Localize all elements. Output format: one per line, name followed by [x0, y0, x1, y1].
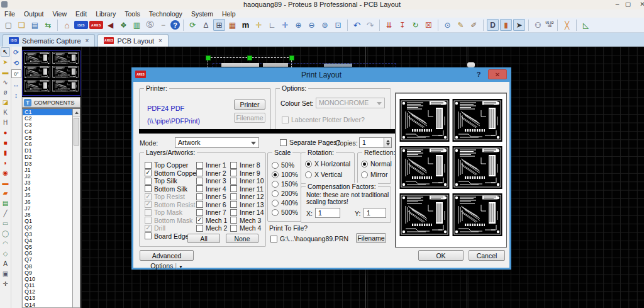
copies-field[interactable]: 1	[359, 137, 384, 148]
scale-100-radio[interactable]: 100%	[272, 171, 298, 178]
printer-filename-button[interactable]: Filename	[234, 113, 265, 123]
redraw-icon[interactable]: ⟳	[187, 19, 199, 31]
zoom-all-icon[interactable]: ⊚	[319, 19, 331, 31]
scale-200-radio[interactable]: 200%	[272, 190, 298, 197]
new-sheet-icon[interactable]: ▥	[131, 19, 143, 31]
block-move-icon[interactable]: ↧	[396, 19, 408, 31]
layer-inner2-checkbox[interactable]: Inner 2	[196, 169, 226, 177]
component-list-item[interactable]: C5	[23, 135, 73, 141]
tab-close-icon[interactable]: ×	[86, 37, 89, 44]
component-list-item[interactable]: Q11	[23, 282, 73, 288]
pcb-layout-icon[interactable]: ARES	[89, 21, 103, 29]
menu-item[interactable]: Edit	[71, 10, 91, 18]
drc-report-icon[interactable]: D	[487, 19, 499, 31]
component-list-item[interactable]: J5	[23, 192, 73, 198]
dialog-titlebar[interactable]: Print Layout ARES ? ✕	[131, 67, 511, 82]
scale-50-radio[interactable]: 50%	[272, 161, 294, 169]
zoom-area-icon[interactable]: ⊡	[332, 19, 344, 31]
component-list-item[interactable]: Q12	[23, 288, 73, 295]
import-export-icon[interactable]: ⇆	[42, 19, 54, 31]
colour-set-combo[interactable]: MONOCHROME	[316, 98, 385, 108]
design-explorer-icon[interactable]: ❖	[118, 19, 130, 31]
plotter-driver-checkbox[interactable]: Labcenter Plotter Driver?	[282, 116, 365, 123]
layer-inner5-checkbox[interactable]: Inner 5	[196, 193, 226, 200]
square-pad-tool-icon[interactable]: ■	[1, 138, 10, 147]
menu-item[interactable]: View	[48, 10, 71, 18]
layer-inner10-checkbox[interactable]: Inner 10	[230, 177, 264, 185]
component-list-item[interactable]: Q2	[23, 224, 73, 231]
component-list-item[interactable]: Q13	[23, 295, 73, 301]
via-tool-icon[interactable]: ø	[1, 88, 10, 97]
line-2d-tool-icon[interactable]: ╱	[1, 208, 10, 218]
separator[interactable]	[347, 20, 348, 31]
open-folder-icon[interactable]: ❏	[16, 19, 28, 31]
layer-mech3-checkbox[interactable]: Mech 3	[230, 217, 261, 224]
component-list-item[interactable]: J1	[23, 167, 73, 173]
smt-poly-pad-tool-icon[interactable]: ▰	[1, 188, 10, 198]
layer-top-mask-checkbox[interactable]: Top Mask	[145, 208, 182, 216]
layer-bottom-resist-checkbox[interactable]: Bottom Resist	[145, 201, 195, 208]
auto-router-icon[interactable]: ✐	[468, 19, 480, 31]
smt-circle-pad-tool-icon[interactable]: ◉	[1, 168, 10, 178]
x-cursor-icon[interactable]: ∟	[266, 19, 278, 31]
pan-icon[interactable]: ✛	[279, 19, 291, 31]
menu-item[interactable]: Help	[218, 10, 240, 18]
layer-top-copper-checkbox[interactable]: Top Copper	[145, 161, 188, 169]
round-pad-tool-icon[interactable]: ●	[1, 128, 10, 137]
electrical-rules-icon[interactable]: −	[157, 19, 169, 31]
layers-none-button[interactable]: None	[226, 234, 258, 243]
layer-mech4-checkbox[interactable]: Mech 4	[230, 224, 261, 232]
redo-icon[interactable]: ↷	[364, 19, 376, 31]
advanced-options-button[interactable]: Advanced Options | ▼	[140, 250, 194, 261]
save-icon[interactable]: ▤	[29, 19, 41, 31]
rotation-angle-field[interactable]: 0°	[11, 69, 21, 78]
layer-inner4-checkbox[interactable]: Inner 4	[196, 185, 226, 193]
zone-tool-icon[interactable]: ◪	[1, 98, 10, 107]
home-icon[interactable]: ⌂	[61, 19, 73, 31]
rotate-anticlockwise-icon[interactable]: ⟲	[11, 59, 21, 68]
separator[interactable]	[557, 20, 558, 31]
dialog-close-button[interactable]: ✕	[488, 69, 507, 79]
menu-item[interactable]: Library	[91, 10, 120, 18]
bill-of-materials-icon[interactable]: Ⓢ	[144, 19, 156, 31]
false-origin-icon[interactable]: ✛	[253, 19, 265, 31]
separator[interactable]	[438, 20, 438, 31]
layer-selector-icon[interactable]: ▦	[226, 19, 238, 31]
y-mirror-icon[interactable]: ↕	[11, 90, 21, 100]
print-to-file-filename-button[interactable]: Filename	[356, 233, 386, 243]
component-list-item[interactable]: Q1	[23, 218, 73, 224]
layer-stackup-icon[interactable]: ▮	[500, 19, 512, 31]
comp-x-field[interactable]: 1	[315, 208, 340, 218]
marker-2d-tool-icon[interactable]: ✛	[1, 279, 10, 288]
menu-item[interactable]: Technology	[145, 10, 187, 18]
component-list-item[interactable]: Q3	[23, 231, 73, 237]
rotation-vertical-radio[interactable]: X Vertical	[305, 171, 342, 178]
layer-inner13-checkbox[interactable]: Inner 13	[230, 201, 264, 208]
selection-handle[interactable]	[247, 55, 252, 60]
undo-icon[interactable]: ↶	[351, 19, 363, 31]
component-list-item[interactable]: Q5	[23, 244, 73, 250]
tab-close-icon[interactable]: ×	[158, 37, 162, 44]
layer-top-silk-checkbox[interactable]: Top Silk	[145, 177, 177, 185]
rotate-clockwise-icon[interactable]: ⟳	[11, 48, 21, 57]
component-list-item[interactable]: J3	[23, 180, 73, 186]
metric-toggle-icon[interactable]: m	[240, 19, 252, 31]
block-copy-icon[interactable]: ⇊	[383, 19, 395, 31]
selection-handle[interactable]	[206, 55, 211, 60]
component-list-item[interactable]: J8	[23, 212, 73, 218]
padstack-tool-icon[interactable]: ▤	[1, 198, 10, 208]
layer-inner7-checkbox[interactable]: Inner 7	[196, 208, 226, 216]
component-tool-icon[interactable]: ➤	[1, 57, 10, 67]
component-list-item[interactable]: Q14	[23, 302, 73, 308]
rotation-horizontal-radio[interactable]: X Horizontal	[305, 160, 350, 168]
layer-inner6-checkbox[interactable]: Inner 6	[196, 201, 226, 208]
layer-inner9-checkbox[interactable]: Inner 9	[230, 169, 260, 177]
component-list-item[interactable]: J4	[23, 186, 73, 192]
property-assignment-icon[interactable]: ✎	[455, 19, 467, 31]
scroll-up-icon[interactable]	[73, 109, 80, 117]
menu-item[interactable]: Tools	[120, 10, 145, 18]
component-list-item[interactable]: J6	[23, 199, 73, 205]
layer-flip-icon[interactable]: ∆	[200, 19, 212, 31]
dil-pad-tool-icon[interactable]: ▮	[1, 148, 10, 157]
track-tool-icon[interactable]: ∿	[1, 77, 10, 87]
